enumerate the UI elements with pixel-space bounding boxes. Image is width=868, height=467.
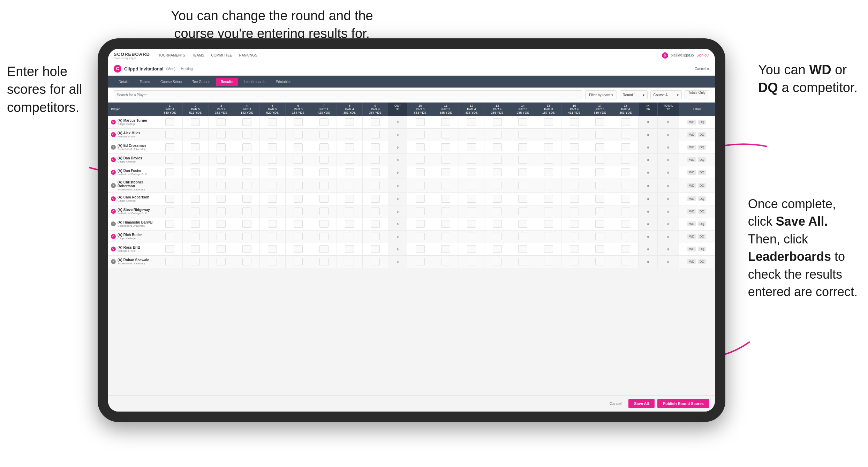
hole-6-score-input[interactable] — [294, 208, 303, 215]
hole-12-score-input[interactable] — [467, 156, 476, 164]
hole-8-score-input[interactable] — [345, 156, 354, 164]
hole-5-score-input[interactable] — [268, 258, 277, 265]
hole-11-score-input[interactable] — [441, 258, 450, 265]
hole-17-score-input[interactable] — [595, 195, 604, 203]
hole-13-score-input[interactable] — [493, 195, 502, 203]
hole-18-score-input[interactable] — [621, 220, 630, 228]
hole-2-score-input[interactable] — [191, 245, 200, 253]
hole-4-score-input[interactable] — [242, 220, 251, 228]
hole-6-score-input[interactable] — [294, 233, 303, 240]
hole-4-score-input[interactable] — [242, 143, 251, 151]
hole-13-score-input[interactable] — [493, 156, 502, 164]
hole-9-score-input[interactable] — [371, 168, 380, 176]
hole-5-score-input[interactable] — [268, 156, 277, 164]
hole-6-score-input[interactable] — [294, 168, 303, 176]
hole-10-score-input[interactable] — [416, 233, 425, 240]
hole-4-score-input[interactable] — [242, 156, 251, 164]
hole-13-score-input[interactable] — [493, 143, 502, 151]
hole-14-score-input[interactable] — [518, 208, 527, 215]
hole-9-score-input[interactable] — [371, 258, 380, 265]
wd-button[interactable]: WD — [687, 221, 696, 226]
hole-15-score-input[interactable] — [544, 195, 553, 203]
hole-12-score-input[interactable] — [467, 245, 476, 253]
hole-4-score-input[interactable] — [242, 195, 251, 203]
hole-7-score-input[interactable] — [319, 182, 329, 189]
hole-7-score-input[interactable] — [319, 156, 329, 164]
wd-button[interactable]: WD — [687, 157, 696, 162]
hole-2-score-input[interactable] — [191, 131, 200, 138]
hole-2-score-input[interactable] — [191, 233, 200, 240]
filter-by-team-btn[interactable]: Filter by team ▾ — [585, 90, 617, 99]
hole-14-score-input[interactable] — [518, 118, 527, 126]
hole-5-score-input[interactable] — [268, 195, 277, 203]
hole-14-score-input[interactable] — [518, 195, 527, 203]
hole-15-score-input[interactable] — [544, 131, 553, 138]
hole-17-score-input[interactable] — [595, 220, 604, 228]
hole-3-score-input[interactable] — [217, 118, 226, 126]
hole-3-score-input[interactable] — [217, 182, 226, 189]
hole-5-score-input[interactable] — [268, 131, 277, 138]
hole-7-score-input[interactable] — [319, 258, 329, 265]
hole-5-score-input[interactable] — [268, 233, 277, 240]
hole-9-score-input[interactable] — [371, 220, 380, 228]
hole-1-score-input[interactable] — [165, 118, 174, 126]
tab-leaderboards[interactable]: Leaderboards — [239, 78, 270, 86]
hole-5-score-input[interactable] — [268, 143, 277, 151]
hole-1-score-input[interactable] — [165, 208, 174, 215]
hole-9-score-input[interactable] — [371, 131, 380, 138]
hole-1-score-input[interactable] — [165, 220, 174, 228]
hole-16-score-input[interactable] — [570, 220, 579, 228]
hole-11-score-input[interactable] — [441, 245, 450, 253]
round-select[interactable]: Round 1 ▾ — [620, 90, 648, 99]
nav-rankings[interactable]: RANKINGS — [239, 53, 257, 57]
hole-11-score-input[interactable] — [441, 168, 450, 176]
hole-11-score-input[interactable] — [441, 220, 450, 228]
hole-7-score-input[interactable] — [319, 131, 329, 138]
hole-13-score-input[interactable] — [493, 208, 502, 215]
hole-12-score-input[interactable] — [467, 143, 476, 151]
hole-15-score-input[interactable] — [544, 143, 553, 151]
hole-4-score-input[interactable] — [242, 233, 251, 240]
hole-15-score-input[interactable] — [544, 220, 553, 228]
hole-10-score-input[interactable] — [416, 208, 425, 215]
hole-15-score-input[interactable] — [544, 168, 553, 176]
hole-1-score-input[interactable] — [165, 168, 174, 176]
dq-button[interactable]: DQ — [698, 120, 706, 125]
hole-2-score-input[interactable] — [191, 182, 200, 189]
hole-14-score-input[interactable] — [518, 168, 527, 176]
hole-11-score-input[interactable] — [441, 143, 450, 151]
hole-15-score-input[interactable] — [544, 182, 553, 189]
hole-3-score-input[interactable] — [217, 168, 226, 176]
hole-4-score-input[interactable] — [242, 131, 251, 138]
hole-17-score-input[interactable] — [595, 118, 604, 126]
hole-10-score-input[interactable] — [416, 118, 425, 126]
dq-button[interactable]: DQ — [698, 145, 706, 150]
hole-2-score-input[interactable] — [191, 168, 200, 176]
wd-button[interactable]: WD — [687, 183, 696, 188]
hole-10-score-input[interactable] — [416, 245, 425, 253]
hole-1-score-input[interactable] — [165, 233, 174, 240]
course-select[interactable]: Course A ▾ — [650, 90, 682, 99]
hole-4-score-input[interactable] — [242, 118, 251, 126]
hole-1-score-input[interactable] — [165, 258, 174, 265]
hole-6-score-input[interactable] — [294, 156, 303, 164]
hole-13-score-input[interactable] — [493, 118, 502, 126]
hole-11-score-input[interactable] — [441, 131, 450, 138]
hole-14-score-input[interactable] — [518, 131, 527, 138]
hole-17-score-input[interactable] — [595, 182, 604, 189]
totals-only-toggle[interactable]: Totals Only — [685, 90, 709, 99]
hole-12-score-input[interactable] — [467, 118, 476, 126]
hole-14-score-input[interactable] — [518, 156, 527, 164]
dq-button[interactable]: DQ — [698, 196, 706, 201]
wd-button[interactable]: WD — [687, 247, 696, 251]
hole-2-score-input[interactable] — [191, 258, 200, 265]
hole-3-score-input[interactable] — [217, 208, 226, 215]
hole-1-score-input[interactable] — [165, 245, 174, 253]
hole-8-score-input[interactable] — [345, 118, 354, 126]
wd-button[interactable]: WD — [687, 170, 696, 175]
hole-7-score-input[interactable] — [319, 143, 329, 151]
dq-button[interactable]: DQ — [698, 157, 706, 162]
hole-5-score-input[interactable] — [268, 168, 277, 176]
hole-3-score-input[interactable] — [217, 143, 226, 151]
hole-17-score-input[interactable] — [595, 208, 604, 215]
